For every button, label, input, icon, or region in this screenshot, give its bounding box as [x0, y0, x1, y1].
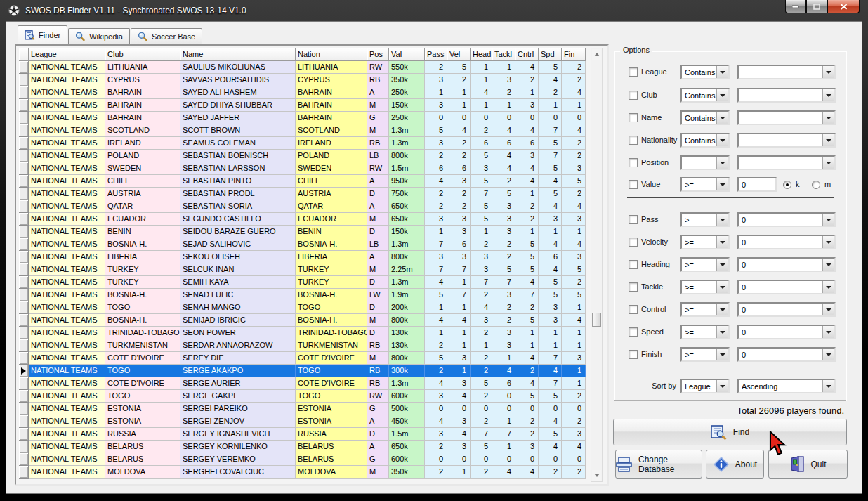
table-row[interactable]: NATIONAL TEAMSBOSNIA-H.SENIJAD IBRICICBO…	[19, 314, 586, 327]
row-selector[interactable]	[19, 188, 29, 200]
cell-head[interactable]: 1	[471, 61, 492, 74]
cell-pass[interactable]: 3	[425, 137, 447, 150]
cell-nation[interactable]: TURKMENISTAN	[296, 339, 367, 352]
cell-pass[interactable]: 0	[425, 112, 447, 124]
sort-field-select[interactable]: League	[680, 379, 730, 393]
cell-head[interactable]: 7	[471, 428, 492, 441]
cell-val[interactable]: 150k	[389, 226, 425, 238]
cell-club[interactable]: TURKMENISTAN	[105, 339, 180, 352]
cell-head[interactable]: 2	[471, 466, 492, 479]
cell-pass[interactable]: 4	[425, 377, 447, 390]
cell-league[interactable]: NATIONAL TEAMS	[29, 150, 105, 162]
cell-nation[interactable]: AUSTRIA	[296, 188, 367, 200]
cell-val[interactable]: 250k	[389, 112, 425, 124]
cell-name[interactable]: SEKOU OLISEH	[180, 251, 296, 263]
cell-spd[interactable]: 7	[539, 352, 562, 365]
cell-head[interactable]: 1	[471, 339, 492, 352]
chevron-down-icon[interactable]	[716, 259, 728, 271]
cell-fin[interactable]: 1	[562, 377, 586, 390]
cell-league[interactable]: NATIONAL TEAMS	[29, 137, 105, 150]
chevron-down-icon[interactable]	[716, 89, 728, 101]
cell-club[interactable]: TOGO	[105, 301, 180, 314]
cell-cntrl[interactable]: 2	[515, 213, 539, 226]
cell-league[interactable]: NATIONAL TEAMS	[29, 377, 105, 390]
cell-vel[interactable]: 5	[447, 61, 471, 74]
cell-vel[interactable]: 4	[447, 428, 471, 441]
table-row[interactable]: NATIONAL TEAMSTURKEYSEMIH KAYATURKEYD1.3…	[19, 276, 586, 289]
row-selector[interactable]	[19, 301, 29, 314]
cell-head[interactable]: 7	[471, 188, 492, 200]
cell-val[interactable]: 800k	[389, 352, 425, 365]
cell-fin[interactable]: 2	[562, 137, 586, 150]
cell-club[interactable]: BAHRAIN	[105, 112, 180, 124]
cell-club[interactable]: SCOTLAND	[105, 124, 180, 137]
cell-name[interactable]: SERGEI PAREIKO	[180, 403, 296, 415]
cell-pass[interactable]: 2	[425, 339, 447, 352]
cell-club[interactable]: BOSNIA-H.	[105, 314, 180, 327]
cell-league[interactable]: NATIONAL TEAMS	[29, 238, 105, 251]
cell-pos[interactable]: A	[367, 415, 389, 428]
cell-fin[interactable]: 2	[562, 466, 586, 479]
cell-vel[interactable]: 2	[447, 200, 471, 213]
cell-tackl[interactable]: 3	[492, 74, 515, 86]
row-selector[interactable]	[19, 327, 29, 339]
cell-pass[interactable]: 4	[425, 175, 447, 188]
cell-val[interactable]: 1.9m	[389, 289, 425, 301]
cell-pass[interactable]: 5	[425, 124, 447, 137]
chevron-down-icon[interactable]	[822, 112, 834, 124]
table-row[interactable]: NATIONAL TEAMSCHILESEBASTIAN PINTOCHILEA…	[19, 175, 586, 188]
cell-fin[interactable]: 4	[562, 86, 586, 99]
cell-head[interactable]: 2	[471, 289, 492, 301]
cell-head[interactable]: 2	[471, 390, 492, 403]
chevron-down-icon[interactable]	[716, 304, 728, 315]
cell-tackl[interactable]: 0	[492, 453, 515, 466]
table-row[interactable]: NATIONAL TEAMSTRINIDAD-TOBAGOSEON POWERT…	[19, 327, 586, 339]
table-row[interactable]: NATIONAL TEAMSCYPRUSSAVVAS POURSAITIDISC…	[19, 74, 586, 86]
cell-nation[interactable]: LIBERIA	[296, 251, 367, 263]
nationality-filter-checkbox[interactable]	[629, 136, 638, 145]
cell-league[interactable]: NATIONAL TEAMS	[29, 124, 105, 137]
cell-cntrl[interactable]: 1	[515, 188, 539, 200]
cell-name[interactable]: SEMIH KAYA	[180, 276, 296, 289]
cell-league[interactable]: NATIONAL TEAMS	[29, 213, 105, 226]
cell-league[interactable]: NATIONAL TEAMS	[29, 365, 105, 377]
cell-tackl[interactable]: 2	[492, 175, 515, 188]
velocity-filter-checkbox[interactable]	[629, 238, 638, 247]
cell-head[interactable]: 6	[471, 137, 492, 150]
table-row[interactable]: NATIONAL TEAMSQATARSEBASTIAN SORIAQATARA…	[19, 200, 586, 213]
cell-spd[interactable]: 3	[539, 213, 562, 226]
cell-fin[interactable]: 2	[562, 188, 586, 200]
cell-cntrl[interactable]: 4	[515, 175, 539, 188]
cell-vel[interactable]: 0	[447, 453, 471, 466]
cell-spd[interactable]: 7	[539, 377, 562, 390]
cell-val[interactable]: 600k	[389, 453, 425, 466]
cell-tackl[interactable]: 0	[492, 390, 515, 403]
cell-cntrl[interactable]: 4	[515, 466, 539, 479]
column-header-name[interactable]: Name	[180, 48, 296, 61]
chevron-down-icon[interactable]	[716, 157, 728, 169]
cell-nation[interactable]: IRELAND	[296, 137, 367, 150]
cell-nation[interactable]: COTE D'IVOIRE	[296, 377, 367, 390]
cell-vel[interactable]: 6	[447, 162, 471, 175]
cell-name[interactable]: SERDAR ANNAORAZOW	[180, 339, 296, 352]
column-header-nation[interactable]: Nation	[296, 48, 367, 61]
tab-wikipedia[interactable]: Wikipedia	[68, 28, 130, 44]
cell-league[interactable]: NATIONAL TEAMS	[29, 86, 105, 99]
cell-league[interactable]: NATIONAL TEAMS	[29, 466, 105, 479]
tab-finder[interactable]: Finder	[18, 25, 67, 44]
control-value-combo[interactable]: 0	[737, 302, 836, 317]
cell-pos[interactable]: LW	[367, 289, 389, 301]
row-selector[interactable]	[19, 74, 29, 86]
cell-league[interactable]: NATIONAL TEAMS	[29, 314, 105, 327]
cell-cntrl[interactable]: 0	[515, 403, 539, 415]
tackle-operator-select[interactable]: >=	[680, 280, 730, 294]
cell-pass[interactable]: 2	[425, 61, 447, 74]
cell-vel[interactable]: 4	[447, 124, 471, 137]
cell-pos[interactable]: RW	[367, 162, 389, 175]
cell-head[interactable]: 2	[471, 327, 492, 339]
cell-nation[interactable]: TOGO	[296, 301, 367, 314]
table-row[interactable]: NATIONAL TEAMSSCOTLANDSCOTT BROWNSCOTLAN…	[19, 124, 586, 137]
cell-name[interactable]: SCOTT BROWN	[180, 124, 296, 137]
cell-pos[interactable]: G	[367, 453, 389, 466]
cell-head[interactable]: 5	[471, 213, 492, 226]
